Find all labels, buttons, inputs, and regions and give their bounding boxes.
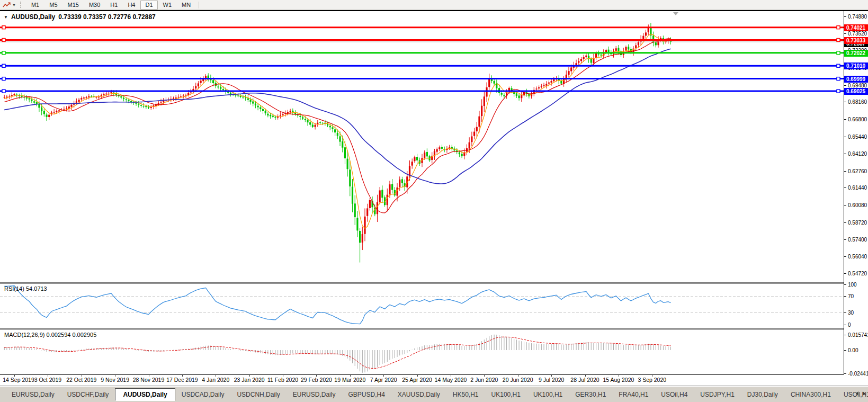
rsi-pane-canvas[interactable] (0, 284, 844, 328)
time-label: 19 Mar 2020 (332, 377, 369, 383)
time-label: 2 Jun 2020 (466, 377, 503, 383)
toolbar: ▼ M1M5M15M30H1H4D1W1MN (0, 0, 868, 10)
line-handle[interactable] (837, 51, 840, 55)
price-tick-label: 0.74880 (844, 13, 867, 20)
chart-line-icon[interactable]: ▼ (2, 1, 17, 9)
chart-tab-usoil-h4[interactable]: USOil,H4 (655, 389, 694, 400)
price-badge-0.71010: 0.71010 (844, 62, 868, 69)
trading-platform-window: ▼ M1M5M15M30H1H4D1W1MN ▼ AUDUSD,Daily 0.… (0, 0, 868, 402)
rsi-label: RSI(14) 54.0713 (4, 285, 47, 292)
line-handle[interactable] (837, 90, 840, 93)
tab-scroll-right-icon[interactable] (863, 391, 865, 396)
line-handle[interactable] (837, 39, 840, 42)
price-tick-label: 0.66800 (844, 117, 867, 123)
macd-pane-canvas[interactable] (0, 330, 844, 374)
time-label: 28 Nov 2019 (130, 377, 167, 383)
price-tick-label: 0.58720 (844, 219, 867, 226)
time-label: 11 Feb 2020 (264, 377, 301, 383)
time-label: 4 Jan 2020 (197, 377, 234, 383)
price-tick-label: 0.54720 (844, 271, 867, 277)
timeframe-button-m15[interactable]: M15 (63, 1, 84, 10)
chart-tab-xauusd-daily[interactable]: XAUUSD,Daily (391, 389, 446, 400)
rsi-tick-label: 30 (844, 309, 854, 316)
dropdown-caret-icon[interactable]: ▼ (12, 3, 16, 7)
timeframe-button-m30[interactable]: M30 (84, 1, 105, 10)
timeframe-button-mn[interactable]: MN (177, 1, 195, 10)
timeframe-buttons: M1M5M15M30H1H4D1W1MN (26, 1, 196, 10)
price-scale[interactable]: 0.748800.735200.722000.708400.694800.681… (844, 11, 868, 374)
price-badge-0.69025: 0.69025 (844, 88, 868, 95)
macd-name: MACD(12,26,9) (4, 332, 44, 338)
line-handle[interactable] (837, 77, 840, 81)
chart-tab-usdcad-daily[interactable]: USDCAD,Daily (175, 389, 231, 400)
tab-scroll-left-icon[interactable] (856, 391, 858, 396)
macd-tick-label: 0.00 (844, 347, 858, 353)
price-badge-0.69999: 0.69999 (844, 76, 868, 83)
time-label: 15 Aug 2020 (600, 377, 637, 383)
macd-tick-label: -0.024412 (844, 371, 868, 377)
time-label: 7 Apr 2020 (365, 377, 402, 383)
timeframe-button-h4[interactable]: H4 (123, 1, 140, 10)
timeframe-button-h1[interactable]: H1 (105, 1, 122, 10)
chart-tab-eurusd-daily[interactable]: EURUSD,Daily (5, 389, 61, 400)
price-tick-label: 0.64120 (844, 150, 867, 157)
line-handle[interactable] (837, 26, 840, 29)
time-label: 28 Jul 2020 (567, 377, 604, 383)
tab-scroll-arrows (856, 391, 865, 396)
time-label: 25 Apr 2020 (399, 377, 436, 383)
chart-title: ▼ AUDUSD,Daily 0.73339 0.73357 0.72776 0… (4, 13, 156, 21)
chart-tab-uk100-h1[interactable]: UK100,H1 (527, 389, 569, 400)
chart-tab-usdjpy-h1[interactable]: USDJPY,H1 (694, 389, 740, 400)
chart-tab-hk50-h1[interactable]: HK50,H1 (446, 389, 485, 400)
macd-current-values: 0.002594 0.002905 (46, 332, 96, 338)
line-handle[interactable] (2, 77, 5, 81)
line-handle[interactable] (2, 51, 5, 55)
chart-line-glyph (3, 2, 11, 8)
timeframe-button-m1[interactable]: M1 (26, 1, 44, 10)
chart-ohlc-values: 0.73339 0.73357 0.72776 0.72887 (58, 13, 156, 21)
chart-tab-usdcnh-daily[interactable]: USDCNH,Daily (230, 389, 286, 400)
time-label: 14 May 2020 (432, 377, 469, 383)
timeframe-button-m5[interactable]: M5 (44, 1, 62, 10)
price-badge-0.72022: 0.72022 (844, 50, 868, 57)
price-badge-0.74021: 0.74021 (844, 24, 868, 31)
toolbar-separator (199, 2, 199, 8)
time-label: 17 Dec 2019 (164, 377, 201, 383)
rsi-tick-label: 100 (844, 281, 857, 288)
rsi-tick-label: 70 (844, 293, 854, 300)
chart-tab-dj30-daily[interactable]: DJ30,Daily (741, 389, 784, 400)
symbol-dropdown-caret[interactable]: ▼ (4, 15, 8, 20)
time-label: 20 Jun 2020 (499, 377, 536, 383)
chart-tab-fra40-h1[interactable]: FRA40,H1 (612, 389, 655, 400)
price-tick-label: 0.68160 (844, 99, 867, 105)
line-handle[interactable] (2, 26, 5, 29)
line-handle[interactable] (2, 39, 5, 42)
line-handle[interactable] (837, 64, 840, 67)
timeframe-button-d1[interactable]: D1 (140, 1, 157, 10)
price-tick-label: 0.56040 (844, 254, 867, 260)
chart-tab-bar: EURUSD,DailyUSDCHF,DailyAUDUSD,DailyUSDC… (0, 387, 868, 402)
price-tick-label: 0.60080 (844, 202, 867, 209)
time-scale[interactable]: 14 Sep 20193 Oct 201922 Oct 20199 Nov 20… (0, 375, 844, 386)
chart-tab-ger30-h1[interactable]: GER30,H1 (569, 389, 612, 400)
price-chart-canvas[interactable] (0, 11, 844, 282)
line-handle[interactable] (2, 90, 5, 93)
rsi-name: RSI(14) (4, 285, 24, 292)
rsi-current-value: 54.0713 (26, 285, 47, 292)
chart-symbol-period: AUDUSD,Daily (11, 13, 55, 21)
chart-tab-china300-h1[interactable]: CHINA300,H1 (784, 389, 837, 400)
time-label: 3 Sep 2020 (633, 377, 670, 383)
price-tick-label: 0.62760 (844, 168, 867, 174)
line-handle[interactable] (2, 64, 5, 67)
chart-tab-audusd-daily[interactable]: AUDUSD,Daily (115, 388, 175, 401)
time-label: 23 Jan 2020 (231, 377, 268, 383)
price-tick-label: 0.61440 (844, 185, 867, 191)
time-label: 22 Oct 2019 (63, 377, 100, 383)
timeframe-button-w1[interactable]: W1 (158, 1, 177, 10)
chart-tab-eurusd-daily[interactable]: EURUSD,Daily (287, 389, 342, 400)
chart-tab-gbpusd-h4[interactable]: GBPUSD,H4 (342, 389, 391, 400)
chart-tab-usdchf-daily[interactable]: USDCHF,Daily (61, 389, 115, 400)
chart-tab-uk100-h1[interactable]: UK100,H1 (485, 389, 527, 400)
price-badge-0.73033: 0.73033 (844, 37, 868, 44)
toolbar-drag-grip[interactable] (20, 2, 23, 8)
